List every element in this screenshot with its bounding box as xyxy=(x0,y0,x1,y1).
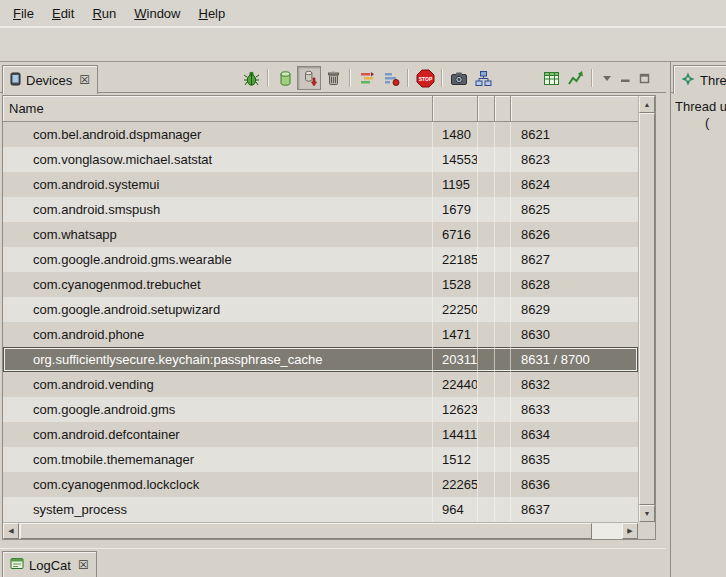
table-row[interactable]: com.android.phone 1471 8630 xyxy=(3,322,638,347)
column-header-4[interactable] xyxy=(495,96,511,122)
menu-window[interactable]: Window xyxy=(125,2,189,25)
process-pid: 22250 xyxy=(433,297,478,322)
cell-empty xyxy=(478,197,495,222)
table-row[interactable]: com.android.systemui 1195 8624 xyxy=(3,172,638,197)
table-row[interactable]: com.google.android.setupwizard 22250 862… xyxy=(3,297,638,322)
process-port: 8634 xyxy=(511,422,638,447)
cell-empty xyxy=(478,347,495,372)
menu-edit[interactable]: Edit xyxy=(43,2,83,25)
process-name: com.android.phone xyxy=(3,322,433,347)
cell-empty xyxy=(478,222,495,247)
process-name: com.android.vending xyxy=(3,372,433,397)
cell-empty xyxy=(495,497,511,522)
table-row[interactable]: com.whatsapp 6716 8626 xyxy=(3,222,638,247)
process-port: 8621 xyxy=(511,122,638,147)
table-row[interactable]: system_process 964 8637 xyxy=(3,497,638,522)
minimize-view-icon[interactable] xyxy=(616,66,635,90)
column-header-port[interactable] xyxy=(511,96,638,122)
column-header-3[interactable] xyxy=(478,96,495,122)
menubar: File Edit Run Window Help xyxy=(0,0,726,27)
cell-empty xyxy=(478,122,495,147)
horizontal-scrollbar[interactable]: ◀ ▶ xyxy=(3,522,638,539)
scrollbar-corner xyxy=(638,522,655,539)
menu-help[interactable]: Help xyxy=(189,2,234,25)
stop-process-icon[interactable]: STOP xyxy=(413,66,437,90)
table-row[interactable]: com.vonglasow.michael.satstat 14553 8623 xyxy=(3,147,638,172)
table-row[interactable]: com.android.defcontainer 14411 8634 xyxy=(3,422,638,447)
process-port: 8637 xyxy=(511,497,638,522)
column-header-name[interactable]: Name xyxy=(3,96,433,122)
tab-devices[interactable]: Devices ☒ xyxy=(2,65,98,94)
view-menu-icon[interactable] xyxy=(597,66,616,90)
process-name: org.sufficientlysecure.keychain:passphra… xyxy=(3,347,433,372)
view-hierarchy-icon[interactable] xyxy=(471,66,495,90)
debug-process-icon[interactable] xyxy=(239,66,263,90)
cell-empty xyxy=(495,172,511,197)
scroll-left-icon[interactable]: ◀ xyxy=(3,523,19,539)
process-port: 8626 xyxy=(511,222,638,247)
close-icon[interactable]: ☒ xyxy=(78,559,89,571)
table-row[interactable]: org.sufficientlysecure.keychain:passphra… xyxy=(3,347,638,372)
toolbar-separator xyxy=(441,69,443,87)
threads-content: Thread up ( xyxy=(671,93,726,577)
cell-empty xyxy=(478,247,495,272)
tab-devices-label: Devices xyxy=(26,73,72,88)
cell-empty xyxy=(495,147,511,172)
table-row[interactable]: com.android.vending 22440 8632 xyxy=(3,372,638,397)
cell-empty xyxy=(478,172,495,197)
tab-threads-label: Threads xyxy=(700,73,726,88)
scroll-up-icon[interactable]: ▲ xyxy=(639,96,655,113)
table-row[interactable]: com.bel.android.dspmanager 1480 8621 xyxy=(3,122,638,147)
process-pid: 1528 xyxy=(433,272,478,297)
process-port: 8625 xyxy=(511,197,638,222)
table-row[interactable]: com.cyanogenmod.lockclock 22265 8636 xyxy=(3,472,638,497)
network-trace-icon[interactable] xyxy=(563,66,587,90)
sysinfo-table-icon[interactable] xyxy=(539,66,563,90)
horizontal-scroll-thumb[interactable] xyxy=(20,523,592,539)
maximize-view-icon[interactable] xyxy=(635,66,654,90)
process-pid: 1195 xyxy=(433,172,478,197)
update-threads-icon[interactable] xyxy=(355,66,379,90)
tab-logcat[interactable]: LogCat ☒ xyxy=(2,551,97,577)
toolbar-separator xyxy=(407,69,409,87)
close-icon[interactable]: ☒ xyxy=(79,74,90,86)
main-toolbar xyxy=(0,27,726,62)
cell-empty xyxy=(495,122,511,147)
cell-empty xyxy=(495,272,511,297)
table-row[interactable]: com.android.smspush 1679 8625 xyxy=(3,197,638,222)
cell-empty xyxy=(495,297,511,322)
table-row[interactable]: com.google.android.gms.wearable 22185 86… xyxy=(3,247,638,272)
menu-file[interactable]: File xyxy=(4,2,43,25)
cause-gc-icon[interactable] xyxy=(321,66,345,90)
cell-empty xyxy=(495,247,511,272)
column-header-pid[interactable] xyxy=(433,96,478,122)
update-heap-icon[interactable] xyxy=(273,66,297,90)
vertical-scrollbar[interactable]: ▲ ▼ xyxy=(638,96,655,522)
tab-threads[interactable]: Threads xyxy=(673,65,726,94)
cell-empty xyxy=(478,447,495,472)
threads-tabbar: Threads xyxy=(671,62,726,93)
process-name: com.google.android.setupwizard xyxy=(3,297,433,322)
scroll-down-icon[interactable]: ▼ xyxy=(639,505,655,522)
dump-hprof-icon[interactable] xyxy=(297,66,321,90)
method-profiling-icon[interactable] xyxy=(379,66,403,90)
toolbar-separator xyxy=(591,69,593,87)
logcat-bar: LogCat ☒ xyxy=(0,548,666,577)
process-port: 8631 / 8700 xyxy=(511,347,638,372)
table-row[interactable]: com.google.android.gms 12623 8633 xyxy=(3,397,638,422)
process-pid: 12623 xyxy=(433,397,478,422)
toolbar-gap xyxy=(495,78,539,79)
screen-capture-icon[interactable] xyxy=(447,66,471,90)
threads-view: Threads Thread up ( xyxy=(670,62,726,577)
table-row[interactable]: com.tmobile.thememanager 1512 8635 xyxy=(3,447,638,472)
process-name: com.vonglasow.michael.satstat xyxy=(3,147,433,172)
process-pid: 22265 xyxy=(433,472,478,497)
process-pid: 14553 xyxy=(433,147,478,172)
cell-empty xyxy=(478,497,495,522)
vertical-scroll-thumb[interactable] xyxy=(639,113,655,505)
scroll-right-icon[interactable]: ▶ xyxy=(622,523,638,539)
menu-run[interactable]: Run xyxy=(83,2,125,25)
svg-text:STOP: STOP xyxy=(418,75,432,81)
cell-empty xyxy=(495,322,511,347)
table-row[interactable]: com.cyanogenmod.trebuchet 1528 8628 xyxy=(3,272,638,297)
